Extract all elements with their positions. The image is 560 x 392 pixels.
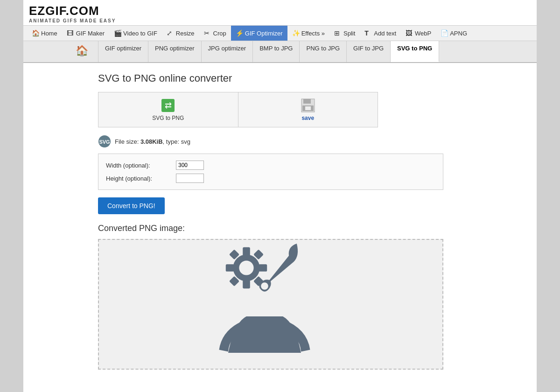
subnav-png-optimizer[interactable]: PNG optimizer xyxy=(148,41,202,62)
svg-rect-6 xyxy=(305,106,311,110)
nav-resize-label: Resize xyxy=(176,30,195,37)
svg-rect-13 xyxy=(259,264,267,272)
height-input[interactable] xyxy=(176,174,204,183)
svg-point-19 xyxy=(261,282,268,290)
nav-crop[interactable]: ✂ Crop xyxy=(199,26,231,41)
file-type-icon: SVG xyxy=(98,135,111,148)
webp-icon: 🖼 xyxy=(406,29,413,37)
upload-button[interactable]: ⇄ SVG to PNG xyxy=(98,92,238,127)
nav-apng[interactable]: 📄 APNG xyxy=(436,26,472,41)
subnav-gif-optimizer[interactable]: GIF optimizer xyxy=(98,41,148,62)
save-button[interactable]: save xyxy=(238,92,378,127)
nav-webp[interactable]: 🖼 WebP xyxy=(401,26,436,41)
nav-gif-optimizer-label: GIF Optimizer xyxy=(245,30,283,37)
nav-crop-label: Crop xyxy=(213,30,226,37)
subnav-gif-to-jpg[interactable]: GIF to JPG xyxy=(347,41,391,62)
add-text-icon: T xyxy=(364,29,372,37)
nav-split[interactable]: ⊞ Split xyxy=(329,26,360,41)
nav-add-text-label: Add text xyxy=(374,30,396,37)
svg-rect-11 xyxy=(243,247,250,256)
apng-icon: 📄 xyxy=(441,29,448,37)
subnav-svg-to-png[interactable]: SVG to PNG xyxy=(391,41,439,62)
nav-gif-optimizer[interactable]: ⚡ GIF Optimizer xyxy=(231,26,287,41)
file-size-prefix: File size: xyxy=(115,138,140,145)
gif-maker-icon: 🎞 xyxy=(67,29,74,37)
preview-svg-icon xyxy=(210,244,331,365)
subnav-bmp-to-jpg[interactable]: BMP to JPG xyxy=(253,41,300,62)
logo-name: EZGIF.COM xyxy=(29,4,531,18)
convert-button[interactable]: Convert to PNG! xyxy=(98,197,165,214)
nav-gif-maker[interactable]: 🎞 GIF Maker xyxy=(62,26,109,41)
file-size-text: File size: 3.08KiB, type: svg xyxy=(115,138,190,145)
page-title: SVG to PNG online converter xyxy=(98,72,462,84)
save-icon xyxy=(301,98,315,113)
height-label: Height (optional): xyxy=(106,175,176,182)
file-info: SVG File size: 3.08KiB, type: svg xyxy=(98,135,462,148)
upload-label: SVG to PNG xyxy=(152,115,184,121)
video-icon: 🎬 xyxy=(114,29,121,37)
logo-tagline: ANIMATED GIFS MADE EASY xyxy=(29,18,531,23)
nav-effects-label: Effects » xyxy=(301,30,325,37)
nav-video-to-gif-label: Video to GIF xyxy=(123,30,157,37)
home-icon: 🏠 xyxy=(32,29,39,37)
subnav: 🏠 GIF optimizer PNG optimizer JPG optimi… xyxy=(23,41,537,63)
height-row: Height (optional): xyxy=(106,174,435,183)
optimizer-icon: ⚡ xyxy=(236,29,243,37)
nav-webp-label: WebP xyxy=(415,30,431,37)
tool-bar: ⇄ SVG to PNG save xyxy=(98,92,378,127)
home-subnav-icon: 🏠 xyxy=(75,44,93,58)
nav-home[interactable]: 🏠 Home xyxy=(27,26,62,41)
image-preview xyxy=(98,239,443,370)
options-box: Width (optional): Height (optional): xyxy=(98,154,443,190)
upload-icon: ⇄ xyxy=(161,98,175,113)
nav-effects[interactable]: ✨ Effects » xyxy=(287,26,329,41)
file-size-value: 3.08KiB xyxy=(140,138,163,145)
nav-gif-maker-label: GIF Maker xyxy=(76,30,105,37)
file-size-suffix: , type: svg xyxy=(163,138,190,145)
split-icon: ⊞ xyxy=(334,29,342,37)
navbar: 🏠 Home 🎞 GIF Maker 🎬 Video to GIF ⤢ Resi… xyxy=(23,26,537,41)
save-label: save xyxy=(301,115,314,121)
svg-text:⇄: ⇄ xyxy=(165,101,172,110)
main-content: SVG to PNG online converter ⇄ SVG to PNG… xyxy=(23,63,537,379)
header: EZGIF.COM ANIMATED GIFS MADE EASY xyxy=(23,0,537,26)
svg-rect-12 xyxy=(243,280,250,288)
crop-icon: ✂ xyxy=(204,29,211,37)
svg-rect-14 xyxy=(226,264,234,272)
width-row: Width (optional): xyxy=(106,161,435,170)
svg-text:SVG: SVG xyxy=(99,139,110,145)
width-input[interactable] xyxy=(176,161,204,170)
svg-point-10 xyxy=(239,260,253,275)
width-label: Width (optional): xyxy=(106,162,176,169)
resize-icon: ⤢ xyxy=(167,29,174,37)
converted-title: Converted PNG image: xyxy=(98,224,462,233)
nav-split-label: Split xyxy=(343,30,355,37)
effects-icon: ✨ xyxy=(292,29,300,37)
subnav-home[interactable]: 🏠 xyxy=(70,41,98,62)
subnav-jpg-optimizer[interactable]: JPG optimizer xyxy=(202,41,253,62)
nav-apng-label: APNG xyxy=(450,30,467,37)
svg-text:🏠: 🏠 xyxy=(76,44,89,57)
svg-rect-4 xyxy=(303,99,311,104)
nav-resize[interactable]: ⤢ Resize xyxy=(162,26,199,41)
nav-home-label: Home xyxy=(41,30,57,37)
nav-add-text[interactable]: T Add text xyxy=(360,26,401,41)
nav-video-to-gif[interactable]: 🎬 Video to GIF xyxy=(109,26,162,41)
subnav-png-to-jpg[interactable]: PNG to JPG xyxy=(300,41,347,62)
